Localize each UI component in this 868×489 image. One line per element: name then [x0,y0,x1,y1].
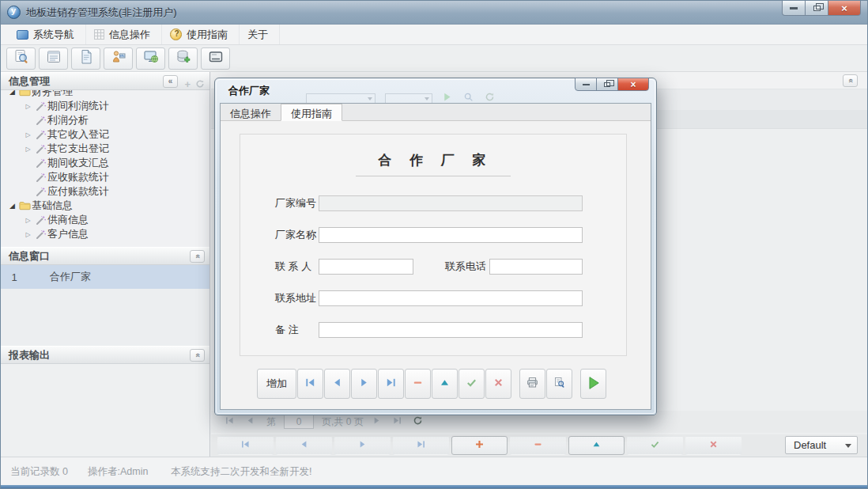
menu-item-2[interactable]: 使用指南 [162,25,240,44]
tree-item[interactable]: 期间收支汇总 [1,156,209,170]
tree-item[interactable]: ▷客户信息 [1,227,209,241]
preview-button[interactable] [546,369,572,399]
cross-button[interactable] [485,369,511,399]
tree-item[interactable]: ▷供商信息 [1,213,209,227]
minimize-icon [790,7,798,9]
dialog-minimize-button[interactable] [575,78,597,91]
menu-item-label: 关于 [247,28,268,42]
tree-item[interactable]: ▷期间利润统计 [1,99,209,113]
nav-next-button[interactable] [368,414,386,430]
dialog-tab-user-guide[interactable]: 使用指南 [281,104,342,121]
dialog-close-button[interactable]: × [617,78,649,91]
tb-user-button[interactable] [104,47,133,70]
expanded-expander-icon[interactable]: ◢ [7,202,17,210]
list-item[interactable]: 1合作厂家 [1,265,209,289]
nav-prev-button[interactable] [324,369,350,399]
tree-item-label: 期间利润统计 [47,99,109,113]
wand-icon [33,129,47,140]
up-button[interactable] [568,436,625,455]
field-input[interactable] [489,259,583,275]
collapse-up-button[interactable]: « [190,250,205,263]
dialog-tab-info-ops[interactable]: 信息操作 [221,104,281,122]
folder-icon [17,90,32,97]
menu-item-label: 系统导航 [33,28,74,42]
minus-button[interactable] [405,369,431,399]
collapse-left-button[interactable]: « [163,75,178,88]
tree-item[interactable]: 应收账款统计 [1,170,209,184]
field-input[interactable] [319,322,583,338]
statusbar: 当前记录数 0操作者:Admin本系统支持二次开发和全新开发! [1,457,867,488]
tb-card-button[interactable] [201,47,230,70]
field-input[interactable] [319,290,583,306]
plus-button[interactable] [451,436,508,455]
nav-last-button[interactable] [378,369,404,399]
tree-item[interactable]: ◢财务管理 [1,90,209,99]
minimize-button[interactable] [782,1,806,16]
check-button[interactable] [627,436,683,455]
glass-ghost-icons [306,93,506,104]
tree-item[interactable]: ▷其它收入登记 [1,127,209,142]
collapsed-expander-icon[interactable]: ▷ [23,146,33,153]
refresh-button[interactable] [409,414,427,430]
play-button[interactable] [580,369,606,399]
tree-item[interactable]: ◢基础信息 [1,199,209,213]
expanded-expander-icon[interactable]: ◢ [7,90,17,96]
tb-monitor-button[interactable] [136,47,165,70]
tb-db-button[interactable] [168,47,198,70]
partner-dialog: 合作厂家 × 信息操作使用指南 合 作 厂 家 厂家编号厂家名称联 系 人联系电… [214,78,657,415]
menu-item-3[interactable]: 关于 [240,25,280,44]
restore-button[interactable] [805,1,828,16]
field-label: 联 系 人 [275,260,319,274]
tree-item-label: 基础信息 [32,199,73,213]
collapse-up-button[interactable]: « [843,74,858,87]
collapse-up-button[interactable]: « [190,349,205,362]
wand-icon [33,143,47,154]
tree-item[interactable]: 应付账款统计 [1,184,209,199]
preview-icon [553,377,565,391]
nav-next-icon [358,377,370,391]
nav-prev-button[interactable] [241,414,259,430]
nav-first-icon [225,415,235,428]
nav-last-button[interactable] [393,436,449,455]
partner-form: 厂家编号厂家名称联 系 人联系电话联系地址备 注 [240,195,626,338]
nav-prev-button[interactable] [276,436,332,455]
check-button[interactable] [459,369,485,399]
nav-last-button[interactable] [389,414,406,430]
nav-first-button[interactable] [221,414,238,430]
tb-doc-button[interactable] [71,47,100,70]
tb-search-button[interactable] [6,47,36,70]
printer-button[interactable] [519,369,545,399]
cross-button[interactable] [685,436,742,455]
tb-monitor-icon [143,49,159,67]
minus-button[interactable] [510,436,566,455]
field-input[interactable] [319,227,583,243]
tree-item-label: 供商信息 [47,213,89,227]
collapsed-expander-icon[interactable]: ▷ [23,217,33,224]
nav-first-button[interactable] [297,369,323,399]
style-select[interactable]: Default [785,436,858,454]
tree-item-label: 应收账款统计 [47,170,109,184]
collapsed-expander-icon[interactable]: ▷ [23,231,33,238]
up-button[interactable] [432,369,458,399]
page-number-input[interactable] [284,415,314,429]
tree-item[interactable]: 利润分析 [1,113,209,127]
tree-item[interactable]: ▷其它支出登记 [1,142,209,156]
navigation-tree: ◢财务管理▷期间利润统计利润分析▷其它收入登记▷其它支出登记期间收支汇总应收账款… [1,90,209,247]
collapsed-expander-icon[interactable]: ▷ [23,103,33,110]
tb-report-button[interactable] [39,47,68,70]
nav-next-button[interactable] [334,436,391,455]
add-button[interactable]: 增加 [257,369,296,399]
nav-next-button[interactable] [351,369,377,399]
dialog-maximize-button[interactable] [596,78,618,91]
close-button[interactable]: × [828,1,861,16]
sidebar: 信息管理 « + ◢财务管理▷期间利润统计利润分析▷其它收入登记▷其它支出登记期… [1,72,210,457]
form-row: 厂家编号 [240,195,626,211]
menu-item-1[interactable]: 信息操作 [86,25,162,44]
nav-prev-icon [299,439,309,452]
field-input[interactable] [319,259,413,275]
info-window-list: 1合作厂家 [1,265,209,346]
menu-item-0[interactable]: 系统导航 [9,25,86,44]
tree-item-label: 其它支出登记 [47,142,109,156]
nav-first-button[interactable] [217,436,274,455]
collapsed-expander-icon[interactable]: ▷ [23,131,33,138]
